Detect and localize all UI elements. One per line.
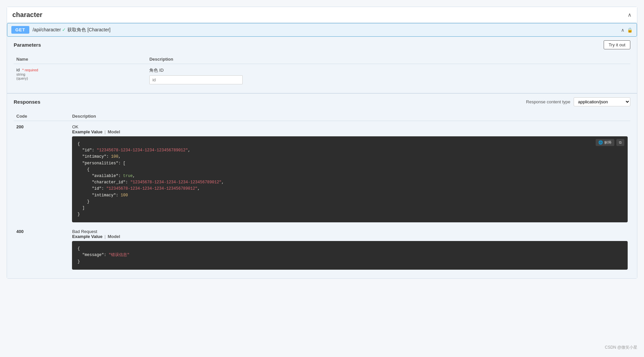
param-required-badge: * required: [22, 68, 38, 72]
response-code-cell: 400: [14, 226, 69, 273]
lock-icon[interactable]: 🔒: [627, 27, 633, 33]
code-toolbar-200: 🌐 解释 ⧉: [596, 139, 624, 146]
interpret-button-200[interactable]: 🌐 解释: [596, 139, 614, 146]
api-section: character ∧ GET /api/character ✓ 获取角色 [C…: [7, 7, 637, 279]
method-badge: GET: [11, 26, 29, 34]
param-description-text: 角色 ID: [149, 67, 628, 73]
parameters-section: Parameters Try it out Name Description i…: [7, 37, 637, 93]
response-description-cell: OK Example Value | Model { "id": "123456…: [69, 121, 630, 226]
example-value-tabs-200: Example Value | Model: [72, 129, 628, 134]
endpoint-checkmark: ✓: [62, 27, 66, 32]
parameters-table: Name Description id * required string: [14, 55, 630, 88]
response-description-cell: Bad Request Example Value | Model { "mes…: [69, 226, 630, 273]
table-row: 200 OK Example Value | Model { "id": "12…: [14, 121, 630, 226]
responses-section: Responses Response content type applicat…: [7, 94, 637, 278]
copy-button-200[interactable]: ⧉: [616, 139, 624, 146]
code-block-200: { "id": "12345678-1234-1234-1234-1234567…: [72, 136, 628, 222]
param-name-header: Name: [14, 55, 147, 64]
endpoint-description: 获取角色 [Character]: [67, 27, 110, 32]
response-content-type: Response content type application/json: [526, 97, 630, 106]
try-it-out-button[interactable]: Try it out: [604, 40, 630, 49]
responses-header: Responses Response content type applicat…: [14, 99, 630, 106]
section-title: character: [12, 11, 42, 19]
content-type-label: Response content type: [526, 99, 570, 104]
endpoint-path: /api/character ✓ 获取角色 [Character]: [33, 27, 618, 33]
response-code-cell: 200: [14, 121, 69, 226]
globe-icon: 🌐: [598, 140, 603, 145]
example-value-tab-400[interactable]: Example Value: [72, 234, 102, 239]
watermark: CSDN @微笑小星: [605, 345, 637, 350]
responses-table: Code Description 200 OK Example Value: [14, 112, 630, 273]
responses-label: Responses: [14, 99, 40, 105]
endpoint-collapse-icon[interactable]: ∧: [621, 27, 624, 33]
response-desc-400: Bad Request: [72, 229, 628, 234]
section-header: character ∧: [7, 7, 637, 23]
response-code-400: 400: [16, 229, 24, 234]
code-block-400: { "message": "错误信息" }: [72, 241, 628, 270]
parameters-header: Parameters Try it out: [14, 42, 630, 49]
endpoint-bar[interactable]: GET /api/character ✓ 获取角色 [Character] ∧ …: [7, 23, 637, 37]
response-code-header: Code: [14, 112, 69, 121]
table-row: 400 Bad Request Example Value | Model { …: [14, 226, 630, 273]
param-name-text: id: [16, 67, 20, 72]
param-description-cell: 角色 ID: [147, 64, 630, 88]
parameters-label: Parameters: [14, 42, 41, 48]
param-name: id * required: [16, 67, 144, 72]
model-tab-400[interactable]: Model: [108, 234, 120, 239]
model-tab-200[interactable]: Model: [108, 129, 120, 134]
endpoint-url: /api/character: [33, 27, 61, 32]
param-desc-header: Description: [147, 55, 630, 64]
copy-icon: ⧉: [619, 140, 622, 145]
section-collapse-icon[interactable]: ∧: [628, 12, 632, 18]
param-type: string (query): [16, 72, 144, 80]
param-name-cell: id * required string (query): [14, 64, 147, 88]
tab-divider-400: |: [105, 234, 106, 239]
example-value-tabs-400: Example Value | Model: [72, 234, 628, 239]
response-desc-header: Description: [69, 112, 630, 121]
example-value-tab-200[interactable]: Example Value: [72, 129, 102, 134]
response-code-200: 200: [16, 124, 24, 129]
content-type-select[interactable]: application/json: [574, 97, 630, 106]
table-row: id * required string (query) 角色 ID: [14, 64, 630, 88]
param-id-input[interactable]: [149, 75, 243, 84]
tab-divider-200: |: [105, 129, 106, 134]
endpoint-right: ∧ 🔒: [621, 27, 633, 33]
response-desc-200: OK: [72, 124, 628, 129]
